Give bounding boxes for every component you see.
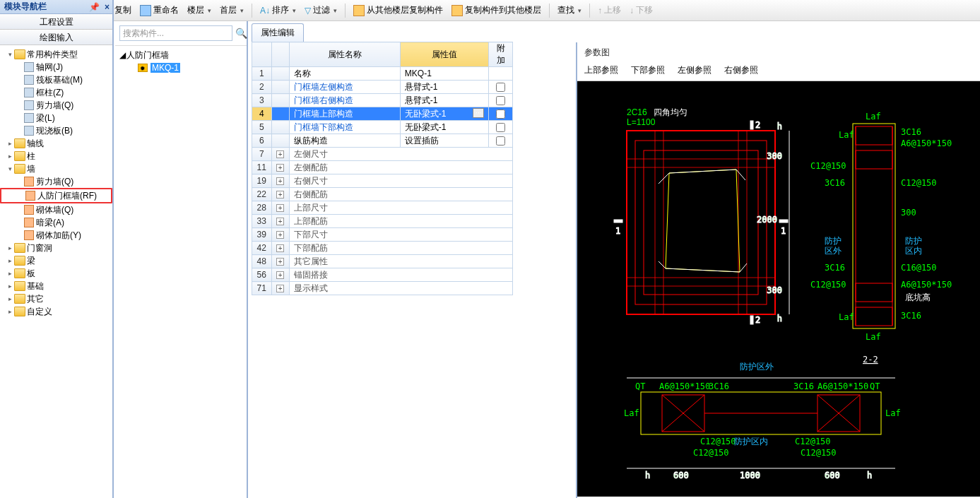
- tree-item[interactable]: ▸柱: [0, 150, 112, 162]
- prop-row[interactable]: 2门框墙左侧构造悬臂式-1: [252, 81, 513, 94]
- rename-button[interactable]: 重命名: [136, 3, 182, 18]
- svg-rect-30: [856, 126, 892, 145]
- tree-item[interactable]: 框柱(Z): [0, 86, 112, 99]
- tree-item[interactable]: ▾墙: [0, 162, 112, 175]
- prop-row-group[interactable]: 28+上部尺寸: [252, 201, 513, 215]
- tree-item[interactable]: 砌体加筋(Y): [0, 229, 112, 242]
- svg-text:3C16: 3C16: [793, 381, 814, 391]
- svg-text:Laf: Laf: [885, 408, 901, 418]
- component-tree: ◢人防门框墙 ✹MKQ-1: [115, 46, 247, 77]
- svg-text:防护: 防护: [905, 236, 922, 246]
- tree-item[interactable]: ▸自定义: [0, 305, 112, 318]
- tab-draw-input[interactable]: 绘图输入: [0, 30, 112, 45]
- svg-text:2: 2: [755, 315, 760, 325]
- prop-row-group[interactable]: 7+左侧尺寸: [252, 148, 513, 161]
- sort-button[interactable]: A↓排序: [256, 3, 300, 18]
- tree-item[interactable]: 轴网(J): [0, 61, 112, 73]
- svg-text:2: 2: [755, 120, 760, 130]
- browse-button[interactable]: ···: [473, 108, 484, 118]
- component-item[interactable]: ✹MKQ-1: [118, 61, 244, 74]
- expand-icon[interactable]: +: [276, 218, 284, 225]
- close-icon[interactable]: ×: [105, 2, 110, 12]
- svg-text:1000: 1000: [740, 470, 760, 480]
- nav-title-text: 模块导航栏: [4, 1, 47, 13]
- tree-item[interactable]: ▸门窗洞: [0, 242, 112, 254]
- prop-row-group[interactable]: 19+右侧尺寸: [252, 174, 513, 188]
- prop-row[interactable]: 5门框墙下部构造无卧梁式-1: [252, 121, 513, 134]
- tree-item[interactable]: ▸基础: [0, 280, 112, 292]
- expand-icon[interactable]: +: [276, 177, 284, 185]
- svg-text:C12@150: C12@150: [810, 280, 846, 290]
- ref-top[interactable]: 上部参照: [584, 64, 618, 76]
- ref-right[interactable]: 右侧参照: [724, 64, 758, 76]
- ref-left[interactable]: 左侧参照: [678, 64, 712, 76]
- expand-icon[interactable]: +: [276, 231, 284, 239]
- first-floor-button[interactable]: 首层: [216, 3, 247, 18]
- expand-icon[interactable]: +: [276, 285, 284, 292]
- expand-icon[interactable]: +: [276, 150, 284, 158]
- floor-button[interactable]: 楼层: [184, 3, 215, 18]
- svg-text:1: 1: [615, 226, 620, 236]
- svg-text:2C16: 2C16: [627, 107, 647, 117]
- prop-row-group[interactable]: 56+锚固搭接: [252, 268, 513, 282]
- component-root[interactable]: ◢人防门框墙: [118, 49, 244, 61]
- prop-row[interactable]: 6纵筋构造设置插筋: [252, 134, 513, 148]
- search-input[interactable]: [119, 25, 232, 41]
- prop-row-group[interactable]: 39+下部尺寸: [252, 228, 513, 242]
- prop-row-group[interactable]: 42+下部配筋: [252, 242, 513, 255]
- expand-icon[interactable]: +: [276, 258, 284, 266]
- tree-item[interactable]: ▸轴线: [0, 137, 112, 150]
- svg-rect-12: [750, 121, 753, 129]
- prop-row-group[interactable]: 48+其它属性: [252, 255, 513, 268]
- col-add[interactable]: 附加: [489, 42, 513, 67]
- expand-icon[interactable]: +: [276, 191, 284, 198]
- tree-item[interactable]: 筏板基础(M): [0, 73, 112, 86]
- svg-text:A6@150*150: A6@150*150: [901, 138, 952, 148]
- pin-icon[interactable]: 📌: [89, 2, 100, 12]
- component-list-panel: 🔍 ◢人防门框墙 ✹MKQ-1: [115, 21, 248, 498]
- col-name[interactable]: 属性名称: [289, 42, 400, 67]
- svg-rect-18: [779, 220, 788, 223]
- svg-text:C12@150: C12@150: [801, 448, 837, 458]
- svg-text:A6@150*150: A6@150*150: [901, 280, 952, 290]
- find-button[interactable]: 查找: [554, 3, 585, 18]
- prop-row-group[interactable]: 33+上部配筋: [252, 215, 513, 228]
- tab-project-settings[interactable]: 工程设置: [0, 14, 112, 30]
- prop-row[interactable]: 3门框墙右侧构造悬臂式-1: [252, 94, 513, 107]
- tree-item[interactable]: 砌体墙(Q): [0, 203, 112, 216]
- copy-from-button[interactable]: 从其他楼层复制构件: [350, 3, 447, 18]
- svg-text:2-2: 2-2: [863, 355, 878, 364]
- svg-text:C12@150: C12@150: [795, 437, 831, 446]
- expand-icon[interactable]: +: [276, 271, 284, 279]
- expand-icon[interactable]: +: [276, 164, 284, 172]
- tree-item[interactable]: 暗梁(A): [0, 216, 112, 229]
- tree-item[interactable]: 现浇板(B): [0, 124, 112, 137]
- tree-item[interactable]: 人防门框墙(RF): [1, 189, 111, 202]
- property-tab[interactable]: 属性编辑: [252, 23, 304, 42]
- filter-button[interactable]: ▽过滤: [301, 3, 341, 18]
- tree-item[interactable]: ▸其它: [0, 292, 112, 305]
- up-button[interactable]: ↑ 上移: [594, 3, 625, 18]
- down-button[interactable]: ↓ 下移: [626, 3, 656, 18]
- tree-item[interactable]: 剪力墙(Q): [0, 99, 112, 112]
- tree-item[interactable]: ▾常用构件类型: [0, 48, 112, 61]
- prop-row-group[interactable]: 22+右侧配筋: [252, 188, 513, 201]
- svg-rect-2: [644, 150, 758, 295]
- search-icon[interactable]: 🔍: [235, 28, 247, 39]
- expand-icon[interactable]: +: [276, 204, 284, 212]
- tree-item[interactable]: 剪力墙(Q): [0, 175, 112, 188]
- col-value[interactable]: 属性值: [400, 42, 489, 67]
- copy-to-button[interactable]: 复制构件到其他楼层: [448, 3, 545, 18]
- prop-row[interactable]: 4门框墙上部构造无卧梁式-1···: [252, 107, 513, 121]
- tree-item[interactable]: ▸板: [0, 267, 112, 280]
- ref-bottom[interactable]: 下部参照: [631, 64, 665, 76]
- svg-text:C12@150: C12@150: [810, 161, 846, 171]
- prop-row[interactable]: 1名称MKQ-1: [252, 67, 513, 81]
- expand-icon[interactable]: +: [276, 244, 284, 252]
- prop-row-group[interactable]: 71+显示样式: [252, 282, 513, 295]
- cad-canvas[interactable]: 2 2 1 1 2C16 四角均匀 L=1100 h 300 2000 300 …: [577, 81, 980, 497]
- svg-text:h: h: [777, 121, 782, 131]
- prop-row-group[interactable]: 11+左侧配筋: [252, 161, 513, 174]
- tree-item[interactable]: 梁(L): [0, 112, 112, 124]
- tree-item[interactable]: ▸梁: [0, 254, 112, 267]
